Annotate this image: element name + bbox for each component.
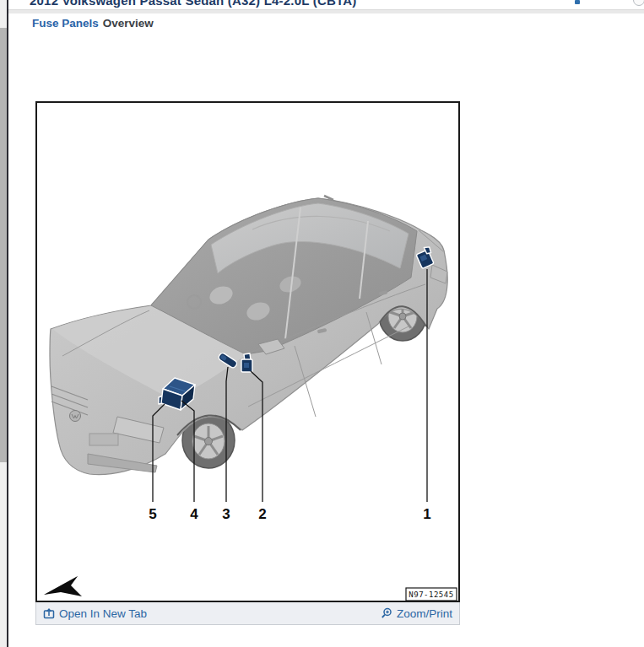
figure-card: 5 4 3 2 1 N97-12545	[35, 101, 460, 625]
page-title: 2012 Volkswagen Passat Sedan (A32) L4-2.…	[30, 0, 587, 8]
left-scrollbar-track[interactable]	[0, 0, 7, 647]
breadcrumb-current-page: Overview	[103, 17, 154, 30]
header-divider	[8, 9, 644, 13]
callout-number-4: 4	[190, 506, 198, 522]
open-in-new-tab-link[interactable]: Open In New Tab	[43, 607, 147, 620]
breadcrumb: Fuse Panels Overview	[32, 17, 154, 30]
callout-numbers: 5 4 3 2 1	[149, 506, 430, 522]
magnifier-plus-icon	[381, 607, 392, 619]
vehicle-diagram: 5 4 3 2 1 N97-12545	[37, 103, 458, 601]
panel-left-border	[7, 0, 8, 647]
zoom-print-label: Zoom/Print	[397, 607, 452, 620]
breadcrumb-fuse-panels-link[interactable]: Fuse Panels	[32, 17, 99, 30]
direction-arrow	[44, 576, 82, 596]
left-scrollbar-thumb[interactable]	[0, 28, 7, 462]
open-in-new-tab-label: Open In New Tab	[59, 607, 147, 620]
callout-number-5: 5	[149, 506, 156, 522]
bookmark-icon[interactable]	[575, 0, 580, 4]
car-illustration	[50, 196, 447, 475]
page-title-text: 2012 Volkswagen Passat Sedan (A32) L4-2.…	[30, 0, 587, 8]
figure-box: 5 4 3 2 1 N97-12545	[35, 101, 460, 602]
figure-toolbar: Open In New Tab Zoom/Print	[35, 602, 460, 625]
zoom-print-link[interactable]: Zoom/Print	[381, 607, 452, 620]
figure-id-label: N97-12545	[406, 588, 457, 601]
header-circle-button[interactable]	[633, 0, 644, 6]
callout-number-1: 1	[423, 506, 430, 522]
callout-number-3: 3	[222, 506, 230, 522]
callout-number-2: 2	[258, 506, 266, 522]
figure-id-text: N97-12545	[409, 590, 453, 599]
license-plate-recess	[89, 434, 118, 445]
open-in-new-tab-icon	[43, 607, 55, 619]
